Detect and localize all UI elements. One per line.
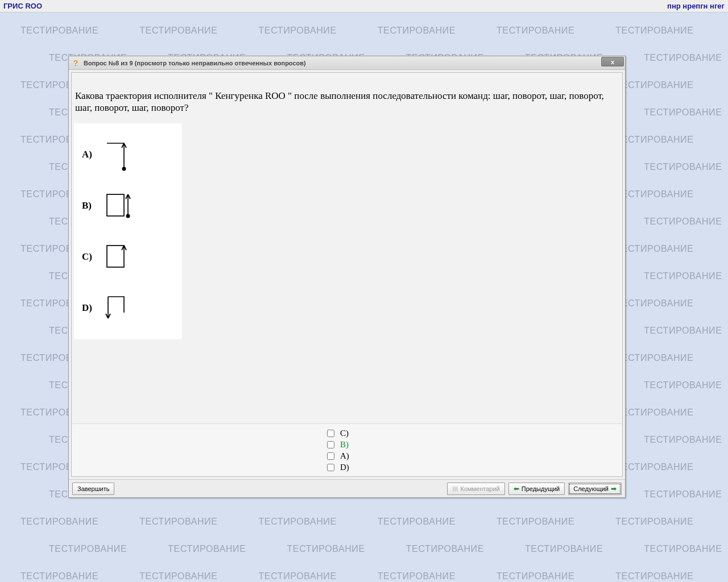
option-a-row: A) — [77, 129, 179, 180]
option-d-diagram — [101, 291, 135, 325]
previous-button[interactable]: ⬅ Предыдущий — [508, 483, 565, 495]
svg-point-3 — [126, 214, 130, 218]
question-window: ? Вопрос №8 из 9 (просмотр только неправ… — [68, 56, 626, 498]
answer-checkbox[interactable] — [327, 452, 334, 460]
window-footer: Завершить ▤ Комментарий ⬅ Предыдущий Сле… — [69, 479, 625, 497]
option-a-label: A) — [77, 149, 101, 160]
arrow-left-icon: ⬅ — [514, 485, 519, 493]
finish-button[interactable]: Завершить — [72, 483, 114, 495]
options-image-area: A) B) C) — [74, 123, 182, 339]
app-title: ГРИС ROO — [3, 2, 42, 10]
next-button[interactable]: Следующий ➡ — [568, 483, 622, 495]
app-header-right: пнр нрепгн нгег — [667, 2, 725, 10]
option-c-row: C) — [77, 231, 179, 282]
answer-row: A) — [327, 450, 367, 462]
option-b-row: B) — [77, 180, 179, 231]
option-d-row: D) — [77, 282, 179, 334]
window-titlebar: ? Вопрос №8 из 9 (просмотр только неправ… — [69, 56, 625, 70]
window-content: Какова траектория исполнителя " Кенгурен… — [71, 72, 623, 477]
option-a-diagram — [101, 138, 135, 172]
svg-rect-1 — [107, 194, 124, 216]
close-button[interactable]: x — [601, 57, 624, 66]
option-b-diagram — [101, 189, 135, 223]
window-title: Вопрос №8 из 9 (просмотр только неправил… — [84, 60, 306, 66]
question-mark-icon: ? — [71, 59, 80, 68]
answer-label: D) — [340, 463, 349, 472]
answer-checkbox[interactable] — [327, 464, 334, 471]
svg-rect-4 — [107, 246, 124, 267]
arrow-right-icon: ➡ — [611, 485, 617, 493]
answer-row: B) — [327, 439, 367, 450]
answer-checkbox[interactable] — [327, 430, 334, 437]
answer-label: A) — [340, 451, 349, 461]
svg-point-0 — [122, 167, 126, 171]
answer-label: C) — [340, 429, 349, 438]
option-c-label: C) — [77, 251, 101, 263]
close-icon: x — [611, 59, 614, 65]
option-b-label: B) — [77, 200, 101, 211]
question-text: Какова траектория исполнителя " Кенгурен… — [72, 73, 622, 118]
option-d-label: D) — [77, 302, 101, 314]
answer-label: B) — [340, 440, 349, 450]
app-topbar: ГРИС ROO пнр нрепгн нгег — [0, 0, 728, 13]
answer-checkbox[interactable] — [327, 441, 334, 448]
comment-button[interactable]: ▤ Комментарий — [447, 483, 504, 495]
answer-row: C) — [327, 427, 367, 439]
option-c-diagram — [101, 240, 135, 274]
answer-row: D) — [327, 462, 367, 473]
answers-panel: C)B)A)D) — [72, 423, 622, 476]
comment-icon: ▤ — [452, 485, 458, 492]
